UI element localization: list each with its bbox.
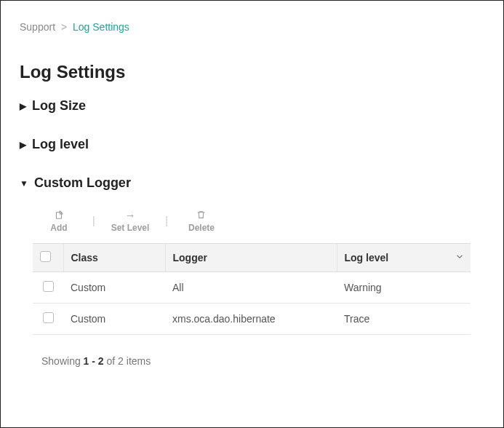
set-level-label: Set Level bbox=[111, 223, 150, 233]
header-class[interactable]: Class bbox=[63, 244, 165, 272]
delete-label: Delete bbox=[188, 223, 215, 233]
pager: Showing 1 - 2 of 2 items bbox=[33, 355, 484, 367]
toolbar: Add | → Set Level | Delete bbox=[33, 208, 484, 233]
breadcrumb-current[interactable]: Log Settings bbox=[73, 21, 129, 33]
section-log-size-label: Log Size bbox=[32, 98, 86, 114]
cell-class: Custom bbox=[63, 304, 165, 335]
toolbar-separator: | bbox=[165, 215, 168, 226]
row-checkbox[interactable] bbox=[43, 312, 54, 323]
pager-range: 1 - 2 bbox=[84, 355, 104, 367]
breadcrumb: Support > Log Settings bbox=[20, 21, 484, 33]
cell-log-level: Warning bbox=[337, 272, 471, 304]
trash-icon bbox=[196, 208, 206, 221]
cell-logger: xms.oca.dao.hibernate bbox=[165, 304, 337, 335]
cell-log-level: Trace bbox=[337, 304, 471, 335]
breadcrumb-separator: > bbox=[61, 21, 67, 33]
pager-prefix: Showing bbox=[41, 355, 81, 367]
chevron-right-icon bbox=[20, 140, 26, 150]
section-log-size-toggle[interactable]: Log Size bbox=[20, 98, 484, 114]
table-row[interactable]: Custom xms.oca.dao.hibernate Trace bbox=[33, 304, 471, 335]
header-log-level-label: Log level bbox=[345, 252, 389, 263]
arrow-right-icon: → bbox=[124, 208, 135, 221]
chevron-right-icon bbox=[20, 101, 26, 111]
header-checkbox-cell bbox=[33, 244, 63, 272]
section-log-level-toggle[interactable]: Log level bbox=[20, 137, 484, 152]
custom-logger-table: Class Logger Log level Custom bbox=[33, 243, 471, 335]
cell-logger: All bbox=[165, 272, 337, 304]
chevron-down-icon bbox=[20, 178, 28, 189]
set-level-button[interactable]: → Set Level bbox=[111, 208, 150, 233]
chevron-down-icon[interactable] bbox=[455, 252, 465, 264]
page-title: Log Settings bbox=[20, 62, 484, 82]
header-log-level[interactable]: Log level bbox=[337, 244, 471, 272]
toolbar-separator: | bbox=[92, 215, 95, 226]
breadcrumb-parent[interactable]: Support bbox=[20, 21, 55, 33]
cell-class: Custom bbox=[63, 272, 165, 304]
section-log-level-label: Log level bbox=[32, 137, 89, 152]
header-logger[interactable]: Logger bbox=[165, 244, 337, 272]
add-icon bbox=[54, 208, 64, 221]
add-label: Add bbox=[50, 223, 67, 233]
table-row[interactable]: Custom All Warning bbox=[33, 272, 471, 304]
add-button[interactable]: Add bbox=[41, 208, 76, 233]
select-all-checkbox[interactable] bbox=[40, 251, 51, 262]
section-custom-logger-toggle[interactable]: Custom Logger bbox=[20, 175, 484, 191]
section-custom-logger-label: Custom Logger bbox=[34, 175, 131, 191]
pager-total: 2 bbox=[118, 355, 124, 367]
pager-suffix: items bbox=[127, 355, 151, 367]
pager-mid: of bbox=[107, 355, 116, 367]
row-checkbox[interactable] bbox=[43, 281, 54, 292]
delete-button[interactable]: Delete bbox=[184, 208, 219, 233]
